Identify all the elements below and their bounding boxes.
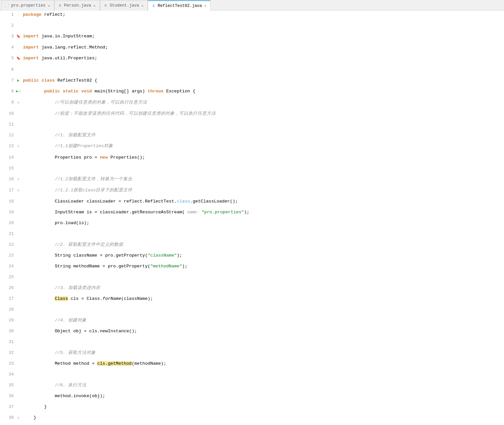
tab-bar: 📄 pro.properties ✕ C Person.java ✕ C Stu… xyxy=(0,0,504,10)
line-num-13: 13 xyxy=(0,142,14,153)
table-row: 14 Properties pro = new Properties(); xyxy=(0,153,504,164)
line-code-34 xyxy=(23,370,504,381)
table-row: 26 //3. 加载该类进内存 xyxy=(0,284,504,295)
line-num-38: 38 xyxy=(0,414,14,425)
line-code-31 xyxy=(23,338,504,349)
gutter-8: ▶⊙ xyxy=(14,87,23,98)
tab-label-person: Person.java xyxy=(64,3,91,8)
table-row: 6 xyxy=(0,66,504,76)
gutter-27 xyxy=(14,295,23,305)
line-code-36[interactable]: method.invoke(obj); xyxy=(23,392,504,403)
gutter-12 xyxy=(14,131,23,142)
line-code-19[interactable]: InputStream is = classLoader.getResource… xyxy=(23,208,504,219)
line-num-5: 5 xyxy=(0,54,14,65)
tab-close-person[interactable]: ✕ xyxy=(93,3,96,8)
table-row: 5 🔖 import java.util.Properties; xyxy=(0,54,504,65)
table-row: 8 ▶⊙ public static void main(String[] ar… xyxy=(0,87,504,98)
gutter-20 xyxy=(14,219,23,230)
line-code-17: //1.2.1获取class目录下的配置文件 xyxy=(23,186,504,197)
line-code-14[interactable]: Properties pro = new Properties(); xyxy=(23,153,504,164)
tab-student-java[interactable]: C Student.java ✕ xyxy=(100,0,148,11)
line-code-33[interactable]: Method method = cls.getMethod(methodName… xyxy=(23,359,504,370)
line-code-24[interactable]: String methodName = pro.getProperty("met… xyxy=(23,262,504,273)
line-code-18[interactable]: ClassLoader classLoader = reflect.Reflec… xyxy=(23,197,504,208)
gutter-16: ⊙ xyxy=(14,175,23,186)
gutter-26 xyxy=(14,284,23,295)
line-code-30[interactable]: Object obj = cls.newInstance(); xyxy=(23,327,504,338)
tab-reflecttest02-java[interactable]: C ReflectTest02.java ✕ xyxy=(148,0,211,11)
line-num-30: 30 xyxy=(0,327,14,338)
gutter-28 xyxy=(14,305,23,316)
table-row: 38 ⊙ } xyxy=(0,414,504,425)
table-row: 15 xyxy=(0,164,504,175)
line-code-8[interactable]: public static void main(String[] args) t… xyxy=(23,87,504,98)
bookmark-icon-38: ⊙ xyxy=(17,416,19,420)
line-code-15 xyxy=(23,164,504,175)
code-table: 1 package reflect; 2 3 🔖 import java.io.… xyxy=(0,10,504,425)
line-code-4[interactable]: import java.lang.reflect.Method; xyxy=(23,43,504,54)
gutter-22 xyxy=(14,241,23,251)
gutter-31 xyxy=(14,338,23,349)
bookmark-icon-8b: ⊙ xyxy=(19,90,21,93)
gutter-19 xyxy=(14,208,23,219)
gutter-18 xyxy=(14,197,23,208)
gutter-1 xyxy=(14,10,23,21)
line-code-13: //1.1创建Properties对象 xyxy=(23,142,504,153)
line-num-12: 12 xyxy=(0,131,14,142)
gutter-34 xyxy=(14,370,23,381)
tab-close-pro[interactable]: ✕ xyxy=(47,3,51,8)
line-code-10: //前提：不能改变该类的任何代码，可以创建任意类的对象，可以执行任意方法 xyxy=(23,109,504,120)
run-icon-8[interactable]: ▶ xyxy=(16,89,18,94)
gutter-33 xyxy=(14,359,23,370)
line-num-8: 8 xyxy=(0,87,14,98)
line-num-31: 31 xyxy=(0,338,14,349)
table-row: 16 ⊙ //1.2加载配置文件，转换为一个集合 xyxy=(0,175,504,186)
line-num-37: 37 xyxy=(0,403,14,414)
line-num-23: 23 xyxy=(0,251,14,262)
line-code-7[interactable]: public class ReflectTest02 { xyxy=(23,76,504,87)
line-num-10: 10 xyxy=(0,109,14,120)
person-java-icon: C xyxy=(58,3,63,8)
gutter-32 xyxy=(14,349,23,359)
gutter-23 xyxy=(14,251,23,262)
line-code-6 xyxy=(23,66,504,76)
line-code-27[interactable]: Class cls = Class.forName(className); xyxy=(23,295,504,305)
line-num-2: 2 xyxy=(0,21,14,32)
table-row: 7 ▶ public class ReflectTest02 { xyxy=(0,76,504,87)
line-num-25: 25 xyxy=(0,273,14,284)
gutter-36 xyxy=(14,392,23,403)
line-code-5[interactable]: import java.util.Properties; xyxy=(23,54,504,65)
line-num-20: 20 xyxy=(0,219,14,230)
table-row: 4 import java.lang.reflect.Method; xyxy=(0,43,504,54)
gutter-21 xyxy=(14,230,23,241)
line-code-1[interactable]: package reflect; xyxy=(23,10,504,21)
line-num-14: 14 xyxy=(0,153,14,164)
gutter-14 xyxy=(14,153,23,164)
run-icon-7[interactable]: ▶ xyxy=(17,78,19,83)
gutter-30 xyxy=(14,327,23,338)
line-code-3[interactable]: import java.io.InputStream; xyxy=(23,32,504,43)
gutter-38: ⊙ xyxy=(14,414,23,425)
line-num-6: 6 xyxy=(0,66,14,76)
line-num-22: 22 xyxy=(0,241,14,251)
line-code-26: //3. 加载该类进内存 xyxy=(23,284,504,295)
bookmark-icon-16: ⊙ xyxy=(17,178,19,181)
gutter-5: 🔖 xyxy=(14,54,23,65)
table-row: 3 🔖 import java.io.InputStream; xyxy=(0,32,504,43)
line-num-29: 29 xyxy=(0,316,14,327)
table-row: 12 //1. 加载配置文件 xyxy=(0,131,504,142)
gutter-11 xyxy=(14,120,23,131)
line-code-20[interactable]: pro.load(is); xyxy=(23,219,504,230)
line-code-35: //6. 执行方法 xyxy=(23,381,504,392)
line-num-7: 7 xyxy=(0,76,14,87)
tab-close-student[interactable]: ✕ xyxy=(141,3,144,8)
line-code-23[interactable]: String className = pro.getProperty("clas… xyxy=(23,251,504,262)
tab-person-java[interactable]: C Person.java ✕ xyxy=(54,0,100,11)
line-num-17: 17 xyxy=(0,186,14,197)
tab-close-reflect[interactable]: ✕ xyxy=(203,3,207,8)
bookmark-icon-17: ⊙ xyxy=(17,189,19,192)
table-row: 23 String className = pro.getProperty("c… xyxy=(0,251,504,262)
tab-pro-properties[interactable]: 📄 pro.properties ✕ xyxy=(1,0,54,11)
line-num-15: 15 xyxy=(0,164,14,175)
line-code-22: //2. 获取配置文件中定义的数据 xyxy=(23,241,504,251)
